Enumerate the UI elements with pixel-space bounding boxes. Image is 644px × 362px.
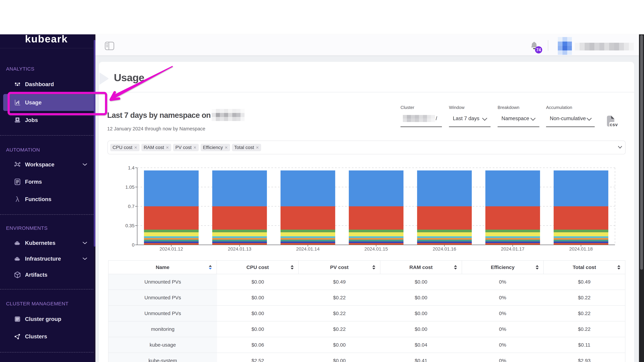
svg-text:0.35: 0.35 (126, 223, 135, 228)
svg-text:2024.01.12: 2024.01.12 (160, 246, 183, 252)
svg-text:2024.01.17: 2024.01.17 (501, 246, 524, 252)
svg-text:2024.01.13: 2024.01.13 (228, 246, 251, 252)
svg-text:2024.01.14: 2024.01.14 (296, 246, 320, 252)
svg-text:2024.01.16: 2024.01.16 (433, 246, 456, 252)
svg-text:2024.01.18: 2024.01.18 (569, 246, 593, 252)
svg-text:1.05: 1.05 (126, 185, 135, 190)
svg-text:0: 0 (132, 242, 134, 248)
svg-text:0.7: 0.7 (128, 204, 134, 209)
svg-text:1.4: 1.4 (128, 165, 134, 170)
svg-text:2024.01.15: 2024.01.15 (364, 246, 388, 252)
svg-text:csv: csv (610, 122, 618, 127)
